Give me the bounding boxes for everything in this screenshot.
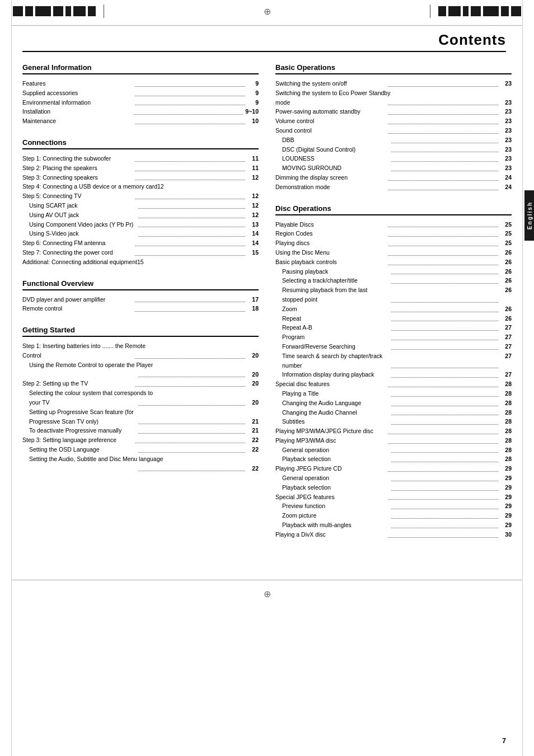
toc-entry-mp3-wma-disc: Playing MP3/WMA disc 28: [275, 436, 512, 445]
toc-page: 26: [500, 276, 512, 285]
deco-crosshair-top: ⊕: [264, 6, 271, 17]
toc-dots: [391, 163, 498, 171]
two-column-layout: General Information Features 9 Supplied …: [22, 63, 512, 552]
toc-dots: [135, 173, 245, 181]
toc-dots: [388, 182, 498, 190]
toc-dots: [388, 436, 498, 444]
toc-text: mode: [275, 98, 386, 107]
toc-page: 27: [500, 342, 512, 351]
toc-text: Region Codes: [275, 229, 386, 238]
toc-entry-repeat: Repeat 26: [275, 314, 512, 323]
toc-text: Maintenance: [22, 116, 133, 126]
toc-text: Installation: [22, 107, 132, 116]
toc-page: 23: [500, 154, 512, 163]
toc-page: 26: [500, 285, 512, 304]
toc-entry-additional: Additional: Connecting additional equipm…: [22, 257, 259, 267]
toc-dots: [138, 370, 245, 378]
section-title-getting-started: Getting Started: [22, 326, 259, 337]
toc-dots: [138, 229, 245, 237]
toc-entry-jpeg-cd: Playing JPEG Picture CD 29: [275, 464, 512, 473]
toc-dots: [391, 511, 498, 519]
toc-entry-step5-tv: Step 5: Connecting TV 12: [22, 191, 259, 201]
toc-page: 23: [500, 116, 512, 126]
toc-entry-dbb: DBB 23: [275, 135, 512, 145]
section-getting-started: Getting Started Step 1: Inserting batter…: [22, 326, 259, 473]
toc-text: Power-saving automatic standby: [275, 107, 386, 116]
toc-page: 23: [500, 163, 512, 173]
toc-dots: [388, 379, 498, 387]
toc-page: 29: [500, 483, 512, 492]
toc-page: 15: [247, 248, 259, 257]
toc-entry-time-search: Time search & search by chapter/track nu…: [275, 351, 512, 370]
section-title-connections: Connections: [22, 138, 259, 149]
toc-dots: [391, 276, 498, 284]
toc-dots: [391, 501, 498, 509]
toc-page: 22: [247, 445, 259, 454]
toc-entry-program: Program 27: [275, 332, 512, 342]
toc-entry-resuming: Resuming playback from the last stopped …: [275, 285, 512, 304]
toc-entry-special-jpeg: Special JPEG features 29: [275, 492, 512, 502]
toc-entry-step1-batteries-label: Step 1: Inserting batteries into .......…: [22, 341, 259, 351]
toc-text: Pausing playback: [282, 267, 389, 276]
toc-text: Changing the Audio Language: [282, 398, 389, 408]
toc-entry-features: Features 9: [22, 79, 259, 88]
toc-dots: [391, 332, 498, 340]
toc-entry-installation: Installation 9~10: [22, 107, 259, 116]
toc-entry-general-op-2: General operation 29: [275, 473, 512, 483]
toc-text: Using S-Video jack: [29, 229, 136, 238]
toc-dots: [135, 351, 245, 359]
toc-page: 12: [247, 201, 259, 210]
toc-text: Subtitles: [282, 417, 389, 426]
toc-text: Program: [282, 332, 389, 342]
toc-entry-deactivate-progressive: To deactivate Progressive manually 21: [22, 426, 259, 435]
toc-page: 17: [247, 295, 259, 304]
deco-block-10: [463, 6, 469, 16]
toc-page: 28: [500, 436, 512, 445]
toc-dots: [391, 520, 498, 528]
toc-dots: [391, 323, 498, 331]
toc-entry-playing-discs: Playing discs 25: [275, 238, 512, 248]
toc-text: Playing a Title: [282, 389, 389, 398]
toc-text: Playing discs: [275, 238, 386, 248]
toc-entry-step2-tv: Step 2: Setting up the TV 20: [22, 379, 259, 388]
toc-text: Control: [22, 351, 133, 360]
toc-page: 9: [247, 98, 259, 107]
toc-text: Sound control: [275, 126, 386, 135]
toc-text: Playing MP3/WMA/JPEG Picture disc: [275, 426, 386, 436]
toc-text: Changing the Audio Channel: [282, 408, 389, 417]
toc-text: Remote control: [22, 304, 133, 313]
toc-entry-colour-system: your TV 20: [22, 398, 259, 407]
section-connections: Connections Step 1: Connecting the subwo…: [22, 138, 259, 267]
toc-page: 18: [247, 304, 259, 313]
toc-text: Switching the system on/off: [275, 79, 386, 88]
deco-crosshair-bottom: ⊕: [264, 589, 271, 599]
toc-dots: [388, 248, 498, 256]
section-general-info: General Information Features 9 Supplied …: [22, 63, 259, 126]
toc-page: 12: [247, 210, 259, 220]
toc-entry-using-remote-label: Using the Remote Control to operate the …: [22, 360, 259, 370]
deco-block-5: [65, 6, 71, 16]
toc-entry-step2-speakers: Step 2: Placing the speakers 11: [22, 163, 259, 173]
toc-entry-step1-batteries: Control 20: [22, 351, 259, 360]
toc-text: DVD player and power amplifier: [22, 295, 133, 304]
toc-text: Setting the OSD Language: [29, 445, 136, 454]
toc-dots: [388, 426, 498, 434]
deco-block-4: [53, 6, 63, 16]
deco-block-7: [88, 6, 96, 16]
toc-text: Step 2: Setting up the TV: [22, 379, 133, 388]
toc-page: 23: [500, 98, 512, 107]
toc-dots: [391, 408, 498, 416]
toc-text: Using the Disc Menu: [275, 248, 386, 257]
toc-dots: [391, 267, 498, 275]
toc-page: 25: [500, 220, 512, 229]
toc-dots: [135, 379, 245, 387]
toc-text: Step 3: Connecting speakers: [22, 173, 133, 182]
left-column: General Information Features 9 Supplied …: [22, 63, 259, 552]
toc-text: Repeat: [282, 314, 389, 323]
toc-entry-switching-on: Switching the system on/off 23: [275, 79, 512, 88]
toc-entry-loudness: LOUDNESS 23: [275, 154, 512, 163]
toc-entry-repeat-ab: Repeat A-B 27: [275, 323, 512, 332]
deco-block-8: [438, 6, 446, 16]
toc-page: 11: [247, 154, 259, 163]
toc-dots: [388, 257, 498, 265]
